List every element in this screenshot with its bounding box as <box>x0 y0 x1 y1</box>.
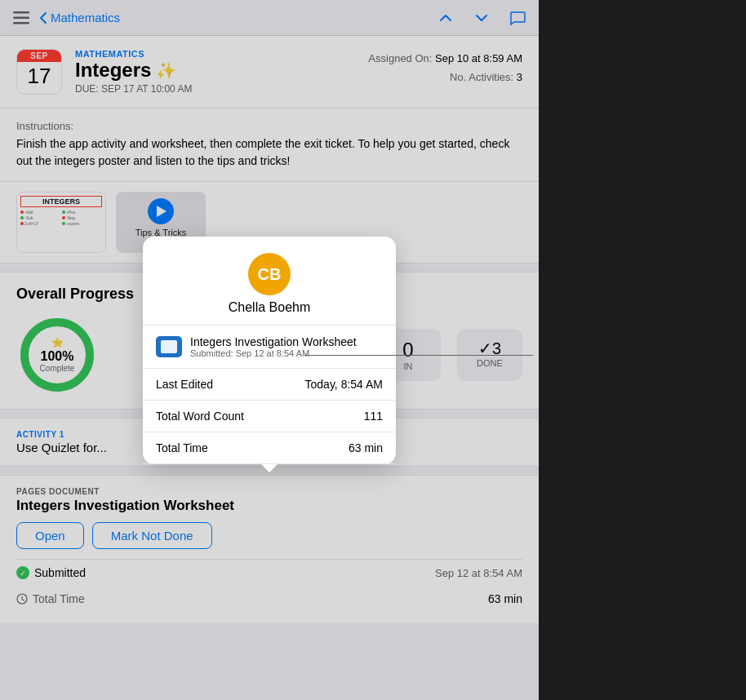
popup-arrow-down <box>261 464 278 472</box>
popup-header: CB Chella Boehm <box>143 237 396 326</box>
popup-word-count-label: Total Word Count <box>156 410 244 423</box>
popup-word-count-row: Total Word Count 111 <box>143 401 396 432</box>
connector-line <box>304 355 533 356</box>
popup-last-edited-row: Last Edited Today, 8:54 AM <box>143 369 396 401</box>
pages-icon-inner <box>161 340 177 353</box>
main-panel: Mathematics SEP 17 <box>0 0 539 700</box>
popup-user-name: Chella Boehm <box>229 300 311 315</box>
popup-doc-title: Integers Investigation Worksheet <box>190 335 383 348</box>
popup-total-time-value: 63 min <box>349 441 383 454</box>
popup-overlay: CB Chella Boehm Integers Investigation W… <box>0 0 539 700</box>
popup-card: CB Chella Boehm Integers Investigation W… <box>143 237 396 464</box>
avatar-initials: CB <box>258 265 282 284</box>
popup-last-edited-label: Last Edited <box>156 378 213 391</box>
popup-word-count-value: 111 <box>364 410 383 423</box>
avatar: CB <box>248 253 291 295</box>
right-panel <box>539 0 746 700</box>
popup-doc-sub: Submitted: Sep 12 at 8:54 AM <box>190 348 383 358</box>
popup-total-time-row: Total Time 63 min <box>143 432 396 464</box>
pages-doc-icon <box>156 336 182 357</box>
popup-total-time-label: Total Time <box>156 441 208 454</box>
popup-doc-row: Integers Investigation Worksheet Submitt… <box>143 326 396 369</box>
popup-last-edited-value: Today, 8:54 AM <box>305 378 383 391</box>
